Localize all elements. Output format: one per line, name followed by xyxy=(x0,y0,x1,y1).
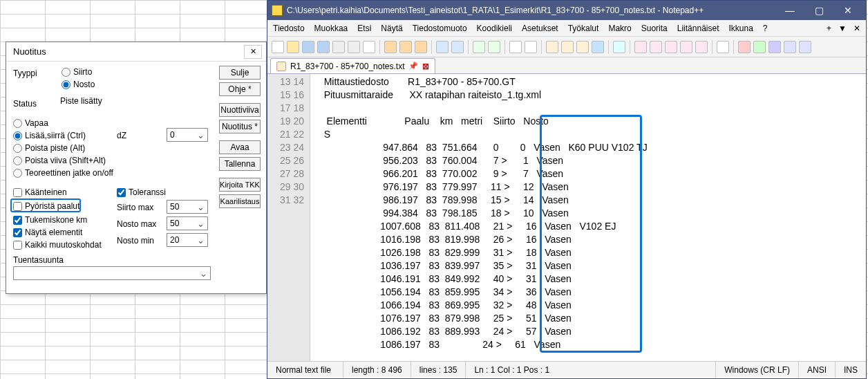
menu-muokkaa[interactable]: Muokkaa xyxy=(314,24,348,33)
menu-työkalut[interactable]: Työkalut xyxy=(568,24,599,33)
dz-select[interactable]: 0 xyxy=(167,128,208,142)
play-multi-icon[interactable] xyxy=(784,41,796,53)
check-tukemiskone[interactable]: Tukemiskone km xyxy=(13,215,87,225)
nosto-max-select[interactable]: 50 xyxy=(167,216,208,230)
zoom-out-icon[interactable] xyxy=(525,41,537,53)
menu-tiedostomuoto[interactable]: Tiedostomuoto xyxy=(413,24,467,33)
wrap-icon[interactable] xyxy=(576,41,589,53)
menu-makro[interactable]: Makro xyxy=(608,24,631,33)
window-close-button[interactable]: ✕ xyxy=(834,2,862,19)
npp-menubar: TiedostoMuokkaaEtsiNäytäTiedostomuotoKoo… xyxy=(267,20,866,37)
status-filetype: Normal text file xyxy=(267,362,343,378)
radio-teoreettinen[interactable]: Teoreettinen jatke on/off xyxy=(13,168,113,178)
status-encoding: Windows (CR LF) xyxy=(716,362,799,378)
menu-down-icon[interactable]: ▼ xyxy=(838,24,847,33)
paste-icon[interactable] xyxy=(415,41,427,53)
dialog-titlebar: Nuotitus ✕ xyxy=(6,42,266,62)
dz-label: dZ xyxy=(117,131,126,140)
folder-icon[interactable] xyxy=(665,41,677,53)
kaarilistaus-button[interactable]: Kaarilistaus * xyxy=(219,194,261,208)
radio-lisaa[interactable]: Lisää,siirrä (Ctrl) xyxy=(13,131,86,140)
check-toleranssi[interactable]: Toleranssi xyxy=(117,187,166,197)
check-pyorista[interactable]: Pyöristä paalut xyxy=(13,201,79,211)
menu-ikkuna[interactable]: Ikkuna xyxy=(728,24,753,33)
status-position: Ln : 1 Col : 1 Pos : 1 xyxy=(466,362,716,378)
replace-icon[interactable] xyxy=(488,41,500,53)
status-label: Status xyxy=(13,99,37,109)
menu-tiedosto[interactable]: Tiedosto xyxy=(273,24,305,33)
copy-icon[interactable] xyxy=(399,41,412,53)
nosto-min-select[interactable]: 20 xyxy=(167,233,208,247)
sulje-button[interactable]: Sulje xyxy=(219,66,261,80)
tallenna-button[interactable]: Tallenna xyxy=(219,157,261,171)
menu-x-icon[interactable]: ✕ xyxy=(853,24,860,33)
menu-näytä[interactable]: Näytä xyxy=(381,24,402,33)
new-icon[interactable] xyxy=(272,41,284,53)
show-all-icon[interactable] xyxy=(592,41,604,53)
nuotitus-button[interactable]: Nuotitus * xyxy=(219,120,261,133)
siirto-max-select[interactable]: 50 xyxy=(167,200,208,214)
menu-plus-icon[interactable]: + xyxy=(827,24,831,33)
check-kaanteinen[interactable]: Käänteinen xyxy=(13,187,67,197)
nosto-max-label: Nosto max xyxy=(117,219,156,229)
status-charset: ANSI xyxy=(799,362,836,378)
radio-poista-viiva[interactable]: Poista viiva (Shift+Alt) xyxy=(13,156,106,165)
code-area[interactable]: Mittaustiedosto R1_83+700 - 85+700.GT Pi… xyxy=(310,74,866,361)
menu-liitännäiset[interactable]: Liitännäiset xyxy=(677,24,719,33)
notepadpp-window: C:\Users\petri.kaihia\Documents\Testi_ai… xyxy=(267,0,867,379)
tab-close-icon[interactable]: ⊠ xyxy=(422,62,429,71)
zoom-in-icon[interactable] xyxy=(509,41,522,53)
menu-etsi[interactable]: Etsi xyxy=(357,24,371,33)
sync-v-icon[interactable] xyxy=(546,41,558,53)
close-file-icon[interactable] xyxy=(332,41,345,53)
func-list-icon[interactable] xyxy=(650,41,662,53)
check-nayta[interactable]: Näytä elementit xyxy=(13,228,82,237)
file-tab[interactable]: R1_83+700 - 85+700_notes.txt 📌 ⊠ xyxy=(270,58,435,73)
undo-icon[interactable] xyxy=(436,41,449,53)
status-value: Piste lisätty xyxy=(57,96,133,110)
radio-siirto[interactable]: Siirto xyxy=(62,67,92,77)
tuentasuunta-select[interactable] xyxy=(13,266,211,280)
save-icon[interactable] xyxy=(302,41,314,53)
menu-koodikieli[interactable]: Koodikieli xyxy=(477,24,512,33)
npp-statusbar: Normal text file length : 8 496 lines : … xyxy=(267,361,866,378)
find-icon[interactable] xyxy=(473,41,485,53)
menu-asetukset[interactable]: Asetukset xyxy=(522,24,558,33)
radio-poista-piste[interactable]: Poista piste (Alt) xyxy=(13,143,85,153)
play-icon[interactable] xyxy=(768,41,781,53)
save-macro-icon[interactable] xyxy=(799,41,811,53)
nuotitus-dialog: Nuotitus ✕ Tyyppi Siirto Nosto Status Pi… xyxy=(6,41,267,294)
record-icon[interactable] xyxy=(738,41,751,53)
menu-suorita[interactable]: Suorita xyxy=(641,24,668,33)
dialog-title: Nuotitus xyxy=(13,46,46,57)
kirjoita-tkk-button[interactable]: Kirjoita TKK * xyxy=(219,178,261,192)
menu-?[interactable]: ? xyxy=(763,24,768,33)
ohje-button[interactable]: Ohje * xyxy=(219,82,261,96)
close-all-icon[interactable] xyxy=(348,41,360,53)
radio-nosto[interactable]: Nosto xyxy=(62,80,95,89)
check-kaikki[interactable]: Kaikki muutoskohdat xyxy=(13,240,102,250)
npp-titlebar: C:\Users\petri.kaihia\Documents\Testi_ai… xyxy=(267,1,866,20)
print-icon[interactable] xyxy=(363,41,375,53)
save-all-icon[interactable] xyxy=(317,41,330,53)
pin-icon[interactable]: 📌 xyxy=(408,62,418,71)
maximize-button[interactable]: ▢ xyxy=(805,2,833,19)
doc-map-icon[interactable] xyxy=(680,41,692,53)
redo-icon[interactable] xyxy=(451,41,464,53)
open-icon[interactable] xyxy=(287,41,299,53)
radio-vapaa[interactable]: Vapaa xyxy=(13,118,48,128)
sync-h-icon[interactable] xyxy=(561,41,574,53)
indent-guide-icon[interactable] xyxy=(613,41,625,53)
file-tab-icon xyxy=(276,62,286,71)
monitor-icon[interactable] xyxy=(717,41,729,53)
cut-icon[interactable] xyxy=(384,41,397,53)
doc-list-icon[interactable] xyxy=(695,41,708,53)
lang-icon[interactable] xyxy=(634,41,647,53)
file-tab-label: R1_83+700 - 85+700_notes.txt xyxy=(290,62,404,71)
avaa-button[interactable]: Avaa xyxy=(219,140,261,154)
nuottiviiva-button[interactable]: Nuottiviiva xyxy=(219,103,261,117)
npp-editor[interactable]: 13 14 15 16 17 18 19 20 21 22 23 24 25 2… xyxy=(267,74,866,361)
minimize-button[interactable]: — xyxy=(776,2,804,19)
dialog-close-button[interactable]: ✕ xyxy=(244,45,262,59)
stop-icon[interactable] xyxy=(753,41,766,53)
